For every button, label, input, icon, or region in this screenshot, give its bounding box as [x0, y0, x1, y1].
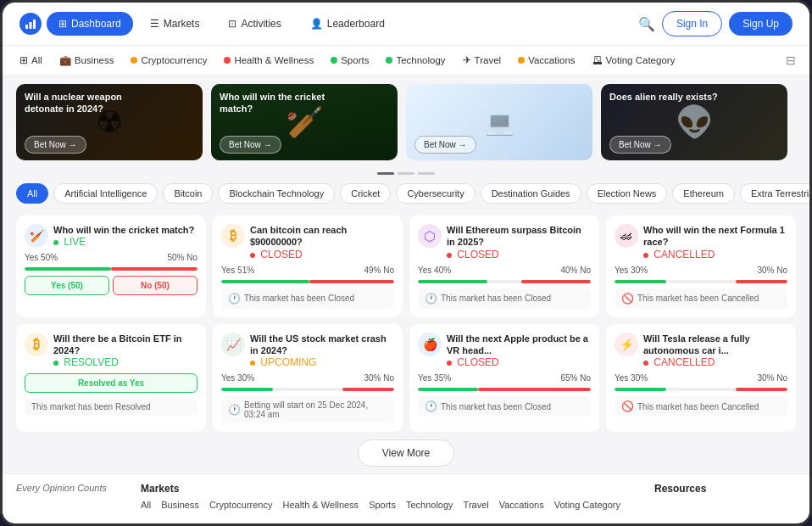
closed-notice: 🕐 This market has been Closed [418, 396, 591, 417]
footer-link-business[interactable]: Business [161, 500, 199, 510]
pill-cricket[interactable]: Cricket [340, 183, 391, 204]
vote-progress-bar [221, 388, 394, 391]
signin-button[interactable]: Sign In [662, 11, 722, 36]
card-header: 🏎 Who will win the next Formula 1 race? … [615, 224, 787, 260]
pill-election[interactable]: Election News [587, 183, 668, 204]
app-logo [19, 13, 42, 35]
footer-link-voting[interactable]: Voting Category [554, 500, 620, 510]
closed-notice: 🕐 This market has been Closed [221, 288, 394, 309]
activities-icon: ⊡ [228, 18, 236, 30]
vote-progress-bar [418, 280, 591, 283]
pill-bitcoin[interactable]: Bitcoin [163, 183, 213, 204]
leaderboard-nav-button[interactable]: 👤 Leaderboard [298, 12, 397, 36]
signup-button[interactable]: Sign Up [729, 12, 793, 36]
card-title: Will Tesla release a fully autonomous ca… [643, 333, 787, 357]
pill-ethereum[interactable]: Ethereum [672, 183, 735, 204]
pill-blockchain[interactable]: Blockchain Technology [218, 183, 335, 204]
footer-link-all[interactable]: All [141, 500, 151, 510]
view-more-button[interactable]: View More [358, 439, 454, 467]
search-button[interactable]: 🔍 [638, 16, 655, 32]
footer-markets-heading: Markets [141, 483, 620, 495]
voting-icon: 🗳 [592, 55, 603, 65]
yes-label: Yes 51% [221, 266, 254, 275]
cancelled-notice: 🚫 This market has been Cancelled [615, 288, 787, 309]
category-all[interactable]: ⊞ All [16, 53, 46, 68]
banner-cricket-bet-button[interactable]: Bet Now → [220, 136, 281, 154]
footer: Every Opinion Counts Markets All Busines… [3, 473, 809, 523]
svg-rect-2 [33, 20, 36, 29]
footer-link-travel[interactable]: Travel [464, 500, 489, 510]
no-fill [736, 280, 787, 283]
crypto-dot [131, 57, 137, 64]
table-view-icon[interactable]: ⊟ [786, 53, 796, 67]
banner-cricket: 🏏 Who will win the cricket match? Bet No… [211, 84, 398, 160]
status-dot [53, 240, 58, 245]
market-card-formula: 🏎 Who will win the next Formula 1 race? … [606, 215, 796, 317]
card-title: Can bitcoin can reach $90000000? [250, 224, 394, 249]
notice-text: This market has been Resolved [31, 402, 151, 411]
status-dot [643, 253, 648, 258]
pill-cybersecurity[interactable]: Cybersecurity [396, 183, 475, 204]
category-cryptocurrency[interactable]: Cryptocurrency [127, 53, 210, 67]
resolved-notice[interactable]: Resolved as Yes [25, 373, 197, 393]
footer-link-tech[interactable]: Technology [406, 500, 453, 510]
card-header: 📈 Will the US stock market crash in 2024… [221, 333, 394, 369]
no-fill [309, 280, 394, 283]
card-icon-apple: 🍎 [418, 333, 442, 356]
vote-progress-bar [418, 388, 591, 391]
banner-alien-bet-button[interactable]: Bet Now → [609, 136, 671, 154]
card-title: Will the US stock market crash in 2024? [250, 333, 394, 357]
dashboard-nav-button[interactable]: ⊞ Dashboard [47, 12, 133, 36]
vote-progress-bar [615, 388, 787, 391]
market-card-stock: 📈 Will the US stock market crash in 2024… [213, 324, 403, 433]
scroll-dot-3 [418, 172, 435, 175]
footer-link-health[interactable]: Health & Wellness [282, 500, 359, 510]
category-technology[interactable]: Technology [382, 53, 448, 67]
pill-ai[interactable]: Artificial Intelligence [53, 183, 158, 204]
category-business[interactable]: 💼 Business [56, 53, 118, 68]
no-button[interactable]: No (50) [113, 276, 197, 295]
filter-pills-bar: All Artificial Intelligence Bitcoin Bloc… [3, 178, 809, 209]
no-fill [111, 267, 197, 271]
footer-brand: Every Opinion Counts [16, 483, 107, 510]
card-icon-formula: 🏎 [615, 224, 638, 248]
yes-button[interactable]: Yes (50) [25, 276, 109, 295]
activities-nav-button[interactable]: ⊡ Activities [216, 12, 292, 36]
status-dot [447, 361, 452, 366]
closed-resolved-notice: This market has been Resolved [25, 398, 197, 416]
banner-nuclear-bet-button[interactable]: Bet Now → [25, 136, 86, 154]
category-travel[interactable]: ✈ Travel [459, 53, 505, 68]
upcoming-notice: 🕐 Betting will start on 25 Dec 2024, 03:… [221, 396, 394, 423]
card-icon-etf: ₿ [25, 333, 48, 356]
vote-progress-bar [25, 267, 197, 271]
footer-link-vacc[interactable]: Vaccations [499, 500, 544, 510]
category-sports[interactable]: Sports [327, 53, 372, 67]
status-badge: CLOSED [260, 249, 302, 260]
view-more-row: View More [3, 433, 809, 473]
category-health[interactable]: Health & Wellness [220, 53, 317, 67]
card-title: Who will win the next Formula 1 race? [643, 224, 787, 249]
footer-resources-heading: Resources [654, 483, 706, 495]
notice-text: This market has been Cancelled [637, 402, 759, 411]
market-card-ethereum: ⬡ Will Ethereum surpass Bitcoin in 2025?… [409, 215, 599, 317]
category-voting[interactable]: 🗳 Voting Category [589, 53, 679, 67]
footer-link-crypto[interactable]: Cryptocurrency [209, 500, 273, 510]
pill-extraterrestrial[interactable]: Extra Terrestrial [740, 183, 809, 204]
markets-nav-button[interactable]: ☰ Markets [138, 12, 212, 36]
footer-markets-links: All Business Cryptocurrency Health & Wel… [141, 500, 620, 510]
status-dot [447, 253, 452, 258]
banner-screen-bet-button[interactable]: Bet Now → [414, 136, 476, 154]
pill-destination[interactable]: Destination Guides [481, 183, 581, 204]
no-fill [342, 388, 394, 391]
svg-rect-1 [30, 22, 32, 29]
status-dot [250, 361, 255, 366]
yes-label: Yes 50% [25, 253, 58, 262]
footer-link-sports[interactable]: Sports [369, 500, 396, 510]
banner-nuclear-title: Will a nuclear weapon detonate in 2024? [25, 91, 135, 115]
banner-nuclear: ☢ Will a nuclear weapon detonate in 2024… [16, 84, 203, 160]
category-vaccations[interactable]: Vaccations [514, 53, 578, 67]
markets-icon: ☰ [150, 18, 159, 30]
pill-all[interactable]: All [16, 183, 48, 204]
yes-fill [615, 388, 666, 391]
banner-alien: 👽 Does alien really exists? Bet Now → [601, 84, 787, 160]
